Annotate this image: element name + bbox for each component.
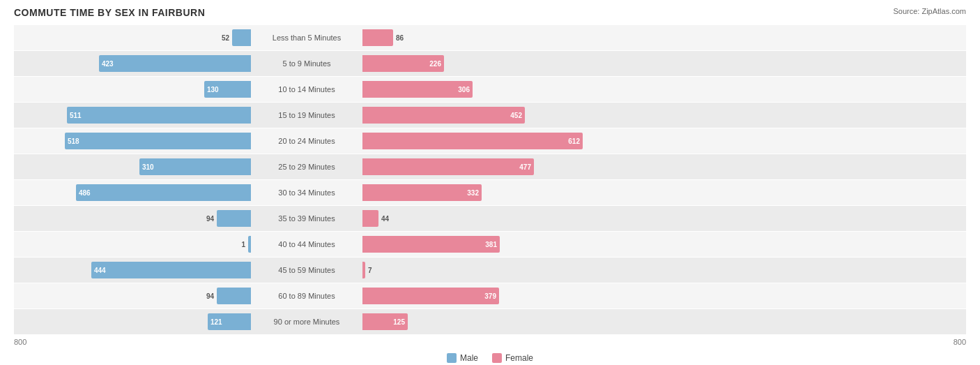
male-bar [217, 210, 251, 227]
right-bar-container: 125 [362, 313, 599, 330]
row-label: 25 to 29 Minutes [251, 163, 362, 171]
right-bar-container: 86 [362, 29, 599, 46]
male-value-inside: 423 [102, 60, 114, 68]
female-bar: 306 [362, 81, 473, 98]
female-bar: 226 [362, 55, 444, 72]
right-bar-container: 452 [362, 107, 599, 124]
female-value-inside: 381 [485, 241, 497, 248]
male-bar: 518 [65, 133, 251, 149]
left-bar-container: 94 [14, 288, 251, 304]
chart-row: 52 Less than 5 Minutes 86 [14, 25, 966, 50]
female-bar: 125 [362, 313, 408, 330]
row-label: Less than 5 Minutes [251, 33, 362, 42]
female-value-outside: 44 [381, 215, 389, 223]
chart-row: 511 15 to 19 Minutes 452 [14, 103, 966, 128]
row-label: 15 to 19 Minutes [251, 111, 362, 119]
row-label: 40 to 44 Minutes [251, 240, 362, 248]
chart-row: 130 10 to 14 Minutes 306 [14, 77, 966, 102]
right-bar-container: 477 [362, 158, 599, 175]
right-bar-container: 381 [362, 236, 599, 253]
chart-row: 94 35 to 39 Minutes 44 [14, 206, 966, 231]
row-label: 35 to 39 Minutes [251, 214, 362, 223]
chart-row: 1 40 to 44 Minutes 381 [14, 232, 966, 257]
male-bar: 310 [139, 158, 251, 175]
left-bar-container: 423 [14, 55, 251, 72]
male-bar: 511 [67, 107, 251, 124]
male-bar [232, 29, 251, 46]
female-value-inside: 379 [484, 292, 496, 300]
female-value-inside: 332 [467, 189, 479, 197]
left-bar-container: 511 [14, 107, 251, 124]
male-value-inside: 444 [94, 267, 106, 274]
left-bar-container: 310 [14, 158, 251, 175]
female-value-inside: 226 [429, 60, 441, 68]
right-bar-container: 44 [362, 210, 599, 227]
male-value-inside: 486 [79, 189, 91, 197]
female-value-inside: 452 [510, 112, 522, 119]
left-bar-container: 121 [14, 313, 251, 330]
row-label: 10 to 14 Minutes [251, 85, 362, 94]
left-bar-container: 1 [14, 236, 251, 253]
female-value-inside: 477 [519, 163, 531, 171]
right-bar-container: 226 [362, 55, 599, 72]
male-value-outside: 1 [241, 241, 245, 248]
male-bar: 121 [208, 313, 251, 330]
female-bar: 612 [362, 133, 583, 149]
left-bar-container: 52 [14, 29, 251, 46]
right-bar-container: 7 [362, 262, 599, 278]
female-value-outside: 86 [396, 34, 404, 42]
left-bar-container: 486 [14, 184, 251, 201]
male-value-inside: 310 [142, 163, 154, 171]
legend-female-box [492, 353, 502, 363]
male-value-outside: 94 [206, 215, 214, 223]
legend-male: Male [447, 353, 478, 363]
female-bar: 452 [362, 107, 525, 124]
legend: Male Female [14, 353, 966, 363]
chart-area: 52 Less than 5 Minutes 86 423 5 to 9 Min… [14, 25, 966, 349]
legend-female: Female [492, 353, 533, 363]
row-label: 20 to 24 Minutes [251, 137, 362, 145]
female-bar: 332 [362, 184, 482, 201]
female-bar: 381 [362, 236, 500, 253]
legend-male-label: Male [460, 353, 478, 363]
female-value-outside: 7 [368, 267, 372, 274]
male-value-inside: 121 [210, 318, 222, 326]
row-label: 45 to 59 Minutes [251, 266, 362, 274]
female-bar: 477 [362, 158, 534, 175]
left-bar-container: 130 [14, 81, 251, 98]
female-value-inside: 612 [568, 137, 580, 145]
axis-right: 800 [954, 338, 966, 346]
right-bar-container: 612 [362, 133, 599, 149]
female-bar [362, 29, 393, 46]
male-bar: 486 [76, 184, 251, 201]
left-bar-container: 518 [14, 133, 251, 149]
left-bar-container: 444 [14, 262, 251, 278]
male-bar: 423 [99, 55, 251, 72]
male-bar [217, 288, 251, 304]
chart-row: 121 90 or more Minutes 125 [14, 309, 966, 334]
right-bar-container: 379 [362, 288, 599, 304]
right-bar-container: 306 [362, 81, 599, 98]
row-label: 30 to 34 Minutes [251, 188, 362, 197]
row-label: 5 to 9 Minutes [251, 59, 362, 68]
male-bar: 444 [91, 262, 251, 278]
row-label: 90 or more Minutes [251, 318, 362, 326]
male-value-inside: 130 [207, 86, 219, 94]
chart-row: 486 30 to 34 Minutes 332 [14, 180, 966, 205]
row-label: 60 to 89 Minutes [251, 292, 362, 300]
female-bar [362, 262, 365, 278]
male-value-inside: 511 [70, 112, 82, 119]
male-value-outside: 94 [206, 292, 214, 300]
female-bar: 379 [362, 288, 499, 304]
male-value-outside: 52 [222, 34, 229, 42]
chart-row: 94 60 to 89 Minutes 379 [14, 283, 966, 308]
chart-title: COMMUTE TIME BY SEX IN FAIRBURN [14, 7, 205, 18]
chart-row: 444 45 to 59 Minutes 7 [14, 258, 966, 283]
chart-row: 518 20 to 24 Minutes 612 [14, 128, 966, 154]
chart-row: 310 25 to 29 Minutes 477 [14, 154, 966, 179]
female-bar [362, 210, 378, 227]
male-bar: 130 [204, 81, 251, 98]
male-value-inside: 518 [68, 137, 79, 145]
legend-male-box [447, 353, 457, 363]
right-bar-container: 332 [362, 184, 599, 201]
